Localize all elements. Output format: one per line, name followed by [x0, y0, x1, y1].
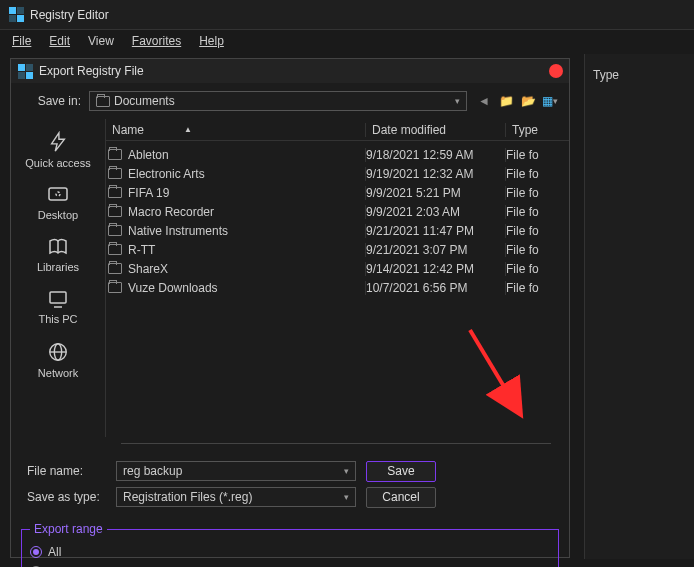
table-row[interactable]: Electronic Arts9/19/2021 12:32 AMFile fo — [106, 164, 569, 183]
folder-icon — [108, 244, 122, 255]
places-sidebar: Quick access Desktop Libraries This PC N… — [11, 119, 106, 437]
svg-point-1 — [56, 192, 60, 196]
table-row[interactable]: R-TT9/21/2021 3:07 PMFile fo — [106, 240, 569, 259]
regedit-icon — [17, 63, 33, 79]
up-folder-button[interactable]: 📁 — [497, 92, 515, 110]
right-column: Type — [584, 54, 694, 559]
table-row[interactable]: ShareX9/14/2021 12:42 PMFile fo — [106, 259, 569, 278]
desktop-icon — [46, 185, 70, 205]
radio-icon — [30, 546, 42, 558]
column-type[interactable]: Type — [506, 123, 569, 137]
globe-icon — [47, 341, 69, 363]
table-row[interactable]: Native Instruments9/21/2021 11:47 PMFile… — [106, 221, 569, 240]
file-name-input[interactable]: reg backup ▾ — [116, 461, 356, 481]
table-row[interactable]: Vuze Downloads10/7/2021 6:56 PMFile fo — [106, 278, 569, 297]
table-row[interactable]: Macro Recorder9/9/2021 2:03 AMFile fo — [106, 202, 569, 221]
menubar: File Edit View Favorites Help — [0, 30, 694, 52]
save-type-select[interactable]: Registration Files (*.reg) ▾ — [116, 487, 356, 507]
radio-selected-branch[interactable]: Selected branch — [30, 562, 550, 567]
recording-indicator-icon — [549, 64, 563, 78]
save-in-value: Documents — [114, 94, 175, 108]
monitor-icon — [46, 289, 70, 309]
save-in-label: Save in: — [21, 94, 81, 108]
back-button[interactable]: ◄ — [475, 92, 493, 110]
app-title: Registry Editor — [30, 8, 109, 22]
svg-rect-3 — [50, 292, 66, 303]
cancel-button[interactable]: Cancel — [366, 487, 436, 508]
column-name[interactable]: Name▲ — [106, 123, 366, 137]
sidebar-this-pc[interactable]: This PC — [11, 281, 105, 333]
sidebar-desktop[interactable]: Desktop — [11, 177, 105, 229]
regedit-icon — [8, 7, 24, 23]
dialog-title: Export Registry File — [39, 64, 549, 78]
dialog-titlebar[interactable]: Export Registry File — [11, 59, 569, 83]
right-column-header[interactable]: Type — [593, 68, 686, 82]
book-icon — [46, 237, 70, 257]
svg-rect-0 — [49, 188, 67, 200]
radio-all[interactable]: All — [30, 542, 550, 562]
table-row[interactable]: FIFA 199/9/2021 5:21 PMFile fo — [106, 183, 569, 202]
export-range-group: Export range All Selected branch — [21, 522, 559, 567]
menu-file[interactable]: File — [6, 32, 37, 50]
folder-icon — [108, 168, 122, 179]
view-menu-button[interactable]: ▦▾ — [541, 92, 559, 110]
folder-icon — [108, 263, 122, 274]
column-date[interactable]: Date modified — [366, 123, 506, 137]
folder-icon — [108, 225, 122, 236]
menu-help[interactable]: Help — [193, 32, 230, 50]
file-list-header: Name▲ Date modified Type — [106, 119, 569, 141]
file-name-label: File name: — [21, 464, 106, 478]
chevron-down-icon[interactable]: ▾ — [344, 492, 349, 502]
folder-icon — [96, 96, 110, 107]
export-range-legend: Export range — [30, 522, 107, 536]
sidebar-quick-access[interactable]: Quick access — [11, 123, 105, 177]
sidebar-libraries[interactable]: Libraries — [11, 229, 105, 281]
new-folder-button[interactable]: 📂 — [519, 92, 537, 110]
menu-view[interactable]: View — [82, 32, 120, 50]
sidebar-network[interactable]: Network — [11, 333, 105, 387]
app-titlebar: Registry Editor — [0, 0, 694, 30]
table-row[interactable]: Ableton9/18/2021 12:59 AMFile fo — [106, 145, 569, 164]
menu-edit[interactable]: Edit — [43, 32, 76, 50]
export-dialog: Export Registry File Save in: Documents … — [10, 58, 570, 558]
sort-asc-icon: ▲ — [184, 125, 192, 134]
chevron-down-icon[interactable]: ▾ — [344, 466, 349, 476]
menu-favorites[interactable]: Favorites — [126, 32, 187, 50]
folder-icon — [108, 282, 122, 293]
file-list: Name▲ Date modified Type Ableton9/18/202… — [106, 119, 569, 437]
lightning-icon — [47, 131, 69, 153]
save-in-select[interactable]: Documents ▾ — [89, 91, 467, 111]
folder-icon — [108, 149, 122, 160]
folder-icon — [108, 187, 122, 198]
folder-icon — [108, 206, 122, 217]
save-button[interactable]: Save — [366, 461, 436, 482]
chevron-down-icon: ▾ — [455, 96, 460, 106]
save-type-label: Save as type: — [21, 490, 106, 504]
